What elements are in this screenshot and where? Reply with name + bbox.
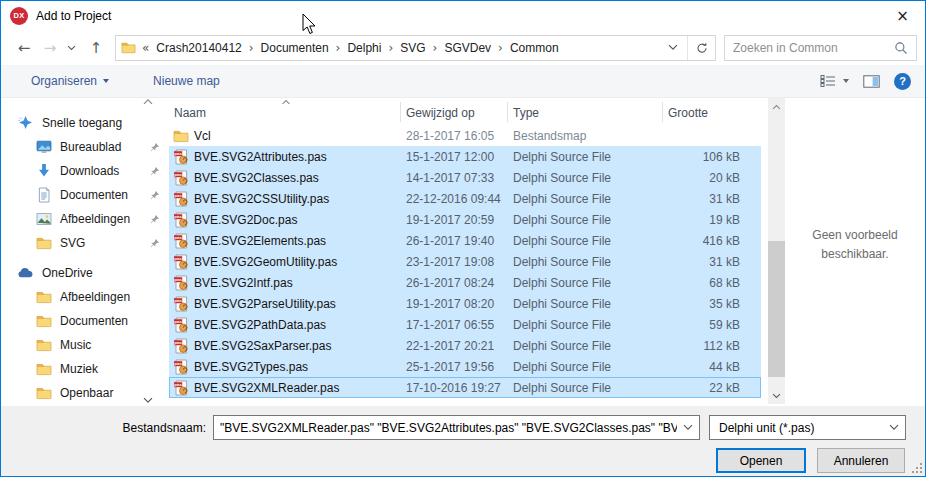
preview-message-line1: Geen voorbeeld <box>812 228 897 242</box>
column-header-gewijzigd-op[interactable]: Gewijzigd op <box>401 98 508 125</box>
open-button[interactable]: Openen <box>716 448 806 473</box>
sidebar-item-muziek[interactable]: Muziek <box>1 357 169 381</box>
file-row[interactable]: BVE.SVG2Classes.pas14-1-2017 07:33Delphi… <box>169 167 761 188</box>
dialog-footer: Bestandsnaam: "BVE.SVG2XMLReader.pas" "B… <box>1 406 925 476</box>
column-header-label: Gewijzigd op <box>406 106 475 120</box>
file-row[interactable]: BVE.SVG2Types.pas25-1-2017 19:56Delphi S… <box>169 356 761 377</box>
sidebar-item-documenten[interactable]: Documenten <box>1 183 169 207</box>
sidebar-item-documenten[interactable]: Documenten <box>1 309 169 333</box>
file-name-cell: Vcl <box>169 128 401 144</box>
change-view-button[interactable] <box>820 74 849 88</box>
address-dropdown-button[interactable] <box>660 36 686 60</box>
folder-row[interactable]: Vcl28-1-2017 16:05Bestandsmap <box>169 125 761 146</box>
breadcrumb-item[interactable]: Documenten <box>256 41 334 55</box>
breadcrumb-separator: › <box>386 41 395 55</box>
pin-icon <box>150 166 160 176</box>
navigation-pane: Snelle toegangBureaubladDownloadsDocumen… <box>1 98 169 406</box>
help-icon: ? <box>899 75 906 87</box>
file-modified-cell: 22-12-2016 09:44 <box>401 192 508 206</box>
file-row[interactable]: BVE.SVG2CSSUtility.pas22-12-2016 09:44De… <box>169 188 761 209</box>
column-headers: NaamGewijzigd opTypeGrootte <box>169 98 761 125</box>
file-type-cell: Delphi Source File <box>508 318 663 332</box>
sidebar-scroll-up-icon[interactable] <box>143 98 153 105</box>
scroll-up-button[interactable] <box>768 98 785 115</box>
breadcrumb-item[interactable]: SGVDev <box>439 41 496 55</box>
vertical-scrollbar[interactable] <box>768 98 785 404</box>
filetype-value: Delphi unit (*.pas) <box>719 421 883 435</box>
sidebar-item-svg[interactable]: SVG <box>1 231 169 255</box>
breadcrumb-item[interactable]: SVG <box>395 41 430 55</box>
close-button[interactable]: × <box>880 1 925 30</box>
scroll-down-button[interactable] <box>768 387 785 404</box>
search-icon <box>894 41 908 55</box>
sidebar-item-label: Bureaublad <box>60 140 121 154</box>
column-header-grootte[interactable]: Grootte <box>663 98 749 125</box>
resize-grip[interactable] <box>911 462 923 474</box>
address-chevron-icon <box>668 44 678 51</box>
scrollbar-thumb[interactable] <box>768 241 785 377</box>
file-name: BVE.SVG2GeomUtility.pas <box>194 255 337 269</box>
back-button[interactable]: ← <box>11 39 37 57</box>
breadcrumb-separator: › <box>334 41 343 55</box>
sidebar-section-label: OneDrive <box>42 266 93 280</box>
file-modified-cell: 26-1-2017 19:40 <box>401 234 508 248</box>
file-row[interactable]: BVE.SVG2Doc.pas19-1-2017 20:59Delphi Sou… <box>169 209 761 230</box>
sidebar-item-afbeeldingen[interactable]: Afbeeldingen <box>1 285 169 309</box>
pas-file-icon <box>173 233 189 249</box>
file-size-cell: 59 kB <box>663 318 749 332</box>
file-row[interactable]: BVE.SVG2XMLReader.pas17-10-2016 19:27Del… <box>169 377 761 398</box>
search-input[interactable]: Zoeken in Common <box>724 35 917 61</box>
pas-file-icon <box>173 191 189 207</box>
scrollbar-track[interactable] <box>768 115 785 387</box>
recent-locations-button[interactable] <box>63 45 79 51</box>
new-folder-button[interactable]: Nieuwe map <box>153 74 220 88</box>
sidebar-item-downloads[interactable]: Downloads <box>1 159 169 183</box>
sidebar-scroll-down-icon[interactable] <box>143 397 153 404</box>
sidebar-section-snelle-toegang[interactable]: Snelle toegang <box>1 110 169 135</box>
sidebar-item-label: SVG <box>60 236 85 250</box>
filetype-select[interactable]: Delphi unit (*.pas) <box>709 415 906 440</box>
search-placeholder: Zoeken in Common <box>733 41 894 55</box>
downloads-icon <box>36 163 52 179</box>
address-bar[interactable]: « Crash20140412›Documenten›Delphi›SVG›SG… <box>115 35 716 61</box>
up-button[interactable]: ↑ <box>83 39 109 57</box>
sidebar-item-bureaublad[interactable]: Bureaublad <box>1 135 169 159</box>
file-row[interactable]: BVE.SVG2PathData.pas17-1-2017 06:55Delph… <box>169 314 761 335</box>
file-row[interactable]: BVE.SVG2GeomUtility.pas23-1-2017 19:08De… <box>169 251 761 272</box>
pas-file-icon <box>173 359 189 375</box>
sidebar-item-music[interactable]: Music <box>1 333 169 357</box>
organize-button[interactable]: Organiseren <box>31 74 109 88</box>
refresh-button[interactable] <box>689 36 715 60</box>
column-header-naam[interactable]: Naam <box>169 98 401 125</box>
folder-icon <box>36 289 52 305</box>
forward-button[interactable]: → <box>37 39 63 57</box>
file-row[interactable]: BVE.SVG2ParseUtility.pas19-1-2017 08:20D… <box>169 293 761 314</box>
file-name-cell: BVE.SVG2PathData.pas <box>169 317 401 333</box>
filename-input[interactable]: "BVE.SVG2XMLReader.pas" "BVE.SVG2Attribu… <box>213 415 700 440</box>
file-row[interactable]: BVE.SVG2Attributes.pas15-1-2017 12:00Del… <box>169 146 761 167</box>
breadcrumb-item[interactable]: Delphi <box>342 41 386 55</box>
file-row[interactable]: BVE.SVG2SaxParser.pas22-1-2017 20:21Delp… <box>169 335 761 356</box>
cancel-button[interactable]: Annuleren <box>817 448 905 473</box>
file-row[interactable]: BVE.SVG2Intf.pas26-1-2017 08:24Delphi So… <box>169 272 761 293</box>
help-button[interactable]: ? <box>894 73 911 90</box>
folder-icon <box>36 385 52 401</box>
file-modified-cell: 23-1-2017 19:08 <box>401 255 508 269</box>
preview-pane-icon[interactable] <box>863 75 880 88</box>
column-header-type[interactable]: Type <box>508 98 663 125</box>
file-modified-cell: 14-1-2017 07:33 <box>401 171 508 185</box>
breadcrumb-item[interactable]: Common <box>505 41 564 55</box>
pin-icon <box>150 214 160 224</box>
breadcrumb-overflow[interactable]: « <box>136 41 151 55</box>
file-name: BVE.SVG2XMLReader.pas <box>194 381 339 395</box>
sidebar-section-onedrive[interactable]: OneDrive <box>1 260 169 285</box>
file-type-cell: Delphi Source File <box>508 192 663 206</box>
sidebar-item-afbeeldingen[interactable]: Afbeeldingen <box>1 207 169 231</box>
file-row[interactable]: BVE.SVG2Elements.pas26-1-2017 19:40Delph… <box>169 230 761 251</box>
file-name: BVE.SVG2Elements.pas <box>194 234 326 248</box>
file-size-cell: 31 kB <box>663 255 749 269</box>
file-name: BVE.SVG2PathData.pas <box>194 318 326 332</box>
breadcrumb-item[interactable]: Crash20140412 <box>151 41 246 55</box>
pas-file-icon <box>173 212 189 228</box>
file-type-cell: Delphi Source File <box>508 276 663 290</box>
